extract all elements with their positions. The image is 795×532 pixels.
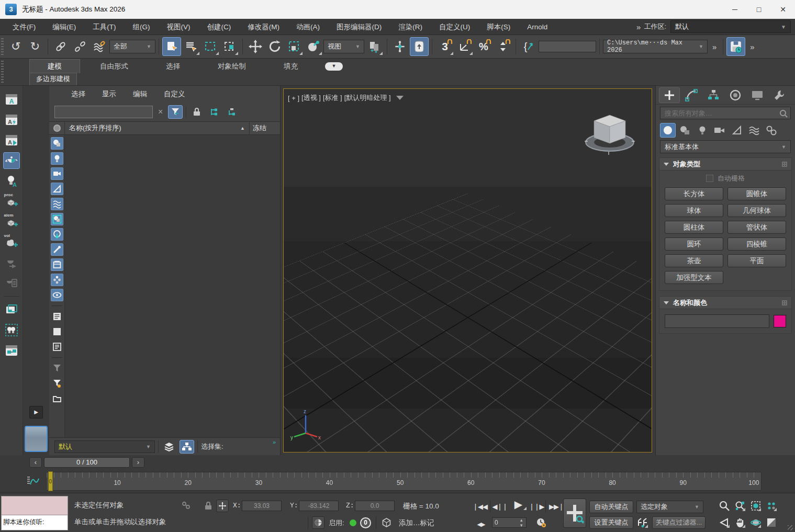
time-configuration-icon[interactable]: [535, 516, 547, 529]
filter-biped-icon[interactable]: [51, 274, 63, 286]
go-to-start-button[interactable]: ❘◀◀: [471, 500, 489, 513]
next-frame-playback-button[interactable]: ❘❘▶: [529, 500, 544, 513]
custom-filter-icon[interactable]: [51, 377, 63, 390]
activeshade-teapot-icon[interactable]: [3, 152, 20, 169]
ribbon-tab-populate[interactable]: 填充: [266, 60, 316, 73]
tab-modify[interactable]: [681, 87, 702, 103]
light-analysis-icon[interactable]: A: [3, 173, 20, 189]
new-key-icon[interactable]: [636, 516, 649, 529]
x-coordinate-field[interactable]: [242, 501, 282, 511]
category-geometry-icon[interactable]: [660, 123, 676, 138]
name-color-rollout-header[interactable]: 名称和颜色: [659, 297, 791, 309]
render-presets-icon[interactable]: [3, 301, 20, 318]
angle-snap-toggle[interactable]: [455, 37, 474, 56]
proc-create-icon[interactable]: proc: [3, 193, 20, 210]
toolbar-overflow2-icon[interactable]: »: [750, 42, 753, 51]
percent-snap-toggle[interactable]: %: [474, 37, 493, 56]
column-header-name[interactable]: 名称(按升序排序) ▲: [65, 122, 250, 134]
ribbon-minimize-dropdown[interactable]: ▼: [325, 62, 343, 71]
next-frame-button[interactable]: ›: [132, 457, 144, 468]
snap-toggle-3d[interactable]: 3: [435, 37, 454, 56]
maximize-viewport-toggle[interactable]: [765, 516, 778, 529]
expand-tree-icon[interactable]: [207, 105, 222, 119]
explorer-menu-display[interactable]: 显示: [95, 89, 124, 99]
ribbon-tab-object-paint[interactable]: 对象绘制: [200, 60, 264, 73]
category-helpers-icon[interactable]: [729, 123, 745, 138]
teapot-export-icon[interactable]: [3, 254, 20, 271]
zoom-extents-all-icon[interactable]: [765, 500, 778, 512]
minimize-button[interactable]: ─: [723, 0, 747, 19]
viewport-general-menu[interactable]: [ + ]: [288, 94, 299, 102]
key-selection-dropdown[interactable]: 选定对象▼: [636, 501, 703, 513]
tab-create[interactable]: [659, 87, 680, 103]
previous-frame-playback-button[interactable]: ◀❘❘: [492, 500, 508, 513]
y-coordinate-field[interactable]: [299, 501, 339, 511]
selection-filter-dropdown[interactable]: 全部▼: [109, 40, 155, 53]
viewport-pov-menu[interactable]: [透视 ]: [301, 93, 321, 103]
filter-visibility-icon[interactable]: [51, 289, 63, 301]
auto-key-button[interactable]: 自动关键点: [589, 501, 633, 513]
enabled-indicator[interactable]: [350, 519, 356, 526]
create-teapot-button[interactable]: 茶壶: [665, 254, 723, 267]
create-textplus-button[interactable]: 加强型文本: [665, 271, 723, 284]
menu-scripting[interactable]: 脚本(S): [478, 19, 519, 35]
ribbon-drag-handle[interactable]: [1, 61, 4, 83]
alem-create-icon[interactable]: alem: [3, 213, 20, 230]
ribbon-panel-polygon-modeling[interactable]: 多边形建模: [29, 73, 77, 85]
light-lister-icon[interactable]: [3, 322, 20, 338]
clear-search-icon[interactable]: ×: [156, 107, 165, 117]
add-time-tag[interactable]: 添加…标记: [399, 518, 434, 528]
layers-icon[interactable]: [162, 440, 176, 454]
zoom-all-icon[interactable]: [734, 500, 746, 512]
rectangular-selection-region-button[interactable]: [201, 37, 220, 56]
viewport-shading-menu[interactable]: [默认明暗处理 ]: [344, 93, 391, 103]
script-editor-icon[interactable]: A: [3, 91, 20, 108]
filter-cameras-icon[interactable]: [51, 167, 63, 180]
viewcube[interactable]: [579, 108, 640, 160]
track-bar[interactable]: 0 10 20 30 40 50 60 70 80 90 100: [46, 472, 762, 491]
folder-icon[interactable]: [51, 392, 63, 405]
object-search-input[interactable]: [660, 107, 791, 119]
named-selection-set-field[interactable]: [539, 41, 596, 52]
undo-button[interactable]: ↻: [6, 37, 25, 56]
explorer-overflow-icon[interactable]: »: [273, 439, 276, 445]
category-lights-icon[interactable]: [695, 123, 710, 138]
select-by-name-button[interactable]: [182, 37, 200, 56]
spinner-snap-toggle[interactable]: [494, 37, 512, 56]
menu-group[interactable]: 组(G): [125, 19, 159, 35]
tab-utilities[interactable]: [769, 87, 790, 103]
listener-label[interactable]: 脚本迷你侦听:: [2, 515, 68, 530]
window-crossing-toggle[interactable]: [220, 37, 239, 56]
bind-to-space-warp-icon[interactable]: [90, 37, 109, 56]
menu-customize[interactable]: 自定义(U): [431, 19, 478, 35]
set-key-button[interactable]: 设置关键点: [589, 516, 633, 529]
create-tube-button[interactable]: 管状体: [727, 221, 786, 234]
create-pyramid-button[interactable]: 四棱锥: [727, 237, 786, 251]
frame-counter[interactable]: 0 / 100: [44, 457, 130, 468]
tab-motion[interactable]: [725, 87, 746, 103]
filter-lights-icon[interactable]: [51, 152, 63, 165]
tab-hierarchy[interactable]: [703, 87, 724, 103]
vol-create-icon[interactable]: vol: [3, 234, 20, 251]
select-and-scale-button[interactable]: [285, 37, 304, 56]
save-scene-button[interactable]: [726, 37, 745, 56]
field-of-view-icon[interactable]: [718, 516, 731, 529]
frame-spinner[interactable]: ▴▾: [520, 517, 523, 528]
toolbar-drag-handle[interactable]: [1, 38, 4, 55]
detail-view-icon[interactable]: [51, 341, 63, 353]
filter-bones-icon[interactable]: [51, 243, 63, 256]
object-name-field[interactable]: [665, 314, 769, 328]
layout-expand-button[interactable]: ▶: [29, 406, 43, 418]
zero-count-badge[interactable]: 0: [360, 517, 371, 528]
maxscript-mini-listener[interactable]: 脚本迷你侦听:: [1, 496, 68, 530]
explorer-preset-dropdown[interactable]: 默认▼: [54, 440, 155, 453]
macro-recorder-icon[interactable]: A: [3, 111, 20, 128]
use-pivot-point-button[interactable]: [365, 37, 384, 56]
absolute-mode-toggle[interactable]: [216, 500, 229, 512]
select-and-move-button[interactable]: [246, 37, 265, 56]
menu-arnold[interactable]: Arnold: [519, 19, 556, 35]
viewport-render-menu[interactable]: [标准 ]: [323, 93, 342, 103]
explorer-menu-select[interactable]: 选择: [64, 89, 93, 99]
filter-containers-icon[interactable]: [51, 258, 63, 271]
viewport-filter-icon[interactable]: [396, 96, 404, 100]
